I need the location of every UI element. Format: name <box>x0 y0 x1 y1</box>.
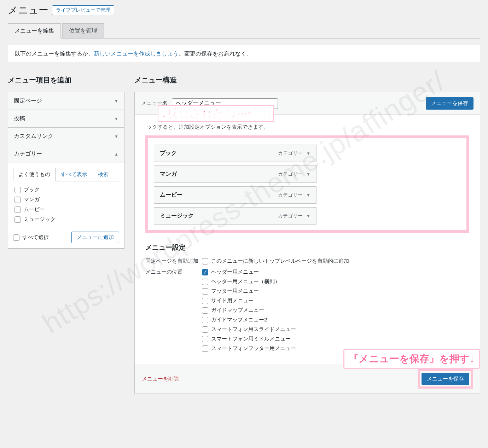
caret-down-icon: ▼ <box>114 134 118 139</box>
menu-item-title: ミュージック <box>160 212 194 220</box>
accordion-categories[interactable]: カテゴリー ▲ <box>8 145 124 163</box>
auto-add-checkbox[interactable]: このメニューに新しいトップレベルページを自動的に追加 <box>202 258 349 264</box>
location-label: スマートフォン用スライドメニュー <box>211 326 296 333</box>
category-item[interactable]: ムービー <box>14 206 119 213</box>
location-label: ヘッダー用メニュー（横列） <box>211 278 280 285</box>
select-all[interactable]: すべて選択 <box>13 234 49 241</box>
location-label: スマートフォン用ミドルメニュー <box>211 336 291 342</box>
caret-down-icon[interactable]: ▼ <box>306 193 310 198</box>
location-checkbox[interactable]: スマートフォン用ミドルメニュー <box>202 336 296 342</box>
menu-item-title: ムービー <box>160 191 182 199</box>
menu-item[interactable]: ムービー カテゴリー▼ <box>154 186 316 204</box>
menu-item-type: カテゴリー <box>278 150 303 157</box>
create-menu-link[interactable]: 新しいメニューを作成しましょう <box>94 51 179 57</box>
location-label: スマートフォンフッター用メニュー <box>211 345 296 352</box>
categories-panel: よく使うもの すべて表示 検索 ブック マンガ ムービー ミュージック すべて選… <box>8 163 124 249</box>
accordion-posts-label: 投稿 <box>14 115 25 122</box>
category-item[interactable]: マンガ <box>14 196 119 203</box>
highlight-frame: ブック カテゴリー▼ マンガ カテゴリー▼ ムービー カテゴリー▼ ミュージ <box>145 135 469 233</box>
checkbox-icon[interactable] <box>14 216 21 223</box>
highlight-frame-save: メニューを保存 <box>418 369 473 389</box>
checkbox-icon[interactable] <box>13 234 19 241</box>
checkbox-icon[interactable] <box>14 197 21 203</box>
location-checkbox[interactable]: スマートフォンフッター用メニュー <box>202 345 296 352</box>
category-item[interactable]: ミュージック <box>14 216 119 223</box>
location-checkbox[interactable]: フッター用メニュー <box>202 288 296 295</box>
caret-down-icon: ▼ <box>114 116 118 121</box>
notice: 以下のメニューを編集するか、新しいメニューを作成しましょう。変更の保存をお忘れな… <box>8 45 480 63</box>
save-menu-button-bottom[interactable]: メニューを保存 <box>422 373 469 385</box>
checkbox-icon[interactable] <box>202 298 208 304</box>
caret-up-icon: ▲ <box>114 152 118 157</box>
menu-item[interactable]: ミュージック カテゴリー▼ <box>154 207 316 225</box>
menu-item-title: マンガ <box>160 170 177 178</box>
delete-menu-link[interactable]: メニューを削除 <box>142 376 179 382</box>
location-checkbox[interactable]: ガイドマップメニュー <box>202 307 296 314</box>
auto-add-text: このメニューに新しいトップレベルページを自動的に追加 <box>211 258 349 264</box>
checkbox-icon[interactable]: ✓ <box>202 269 208 275</box>
location-label: メニューの位置 <box>145 269 202 352</box>
add-items-title: メニュー項目を追加 <box>8 75 124 85</box>
accordion-posts[interactable]: 投稿 ▼ <box>8 110 124 128</box>
location-label: ガイドマップメニュー2 <box>211 316 267 323</box>
checkbox-icon[interactable] <box>202 345 208 352</box>
annotation-confirm: ↓反映されたのを確認 <box>158 105 274 122</box>
location-label: ガイドマップメニュー <box>211 307 264 314</box>
location-label: サイド用メニュー <box>211 297 254 304</box>
accordion-categories-label: カテゴリー <box>14 150 42 158</box>
location-checkbox[interactable]: ガイドマップメニュー2 <box>202 316 296 323</box>
tab-edit-menus[interactable]: メニューを編集 <box>8 23 61 39</box>
caret-down-icon: ▼ <box>114 99 118 104</box>
caret-down-icon[interactable]: ▼ <box>306 172 310 177</box>
location-label: フッター用メニュー <box>211 288 259 295</box>
subtab-all[interactable]: すべて表示 <box>56 168 93 181</box>
select-all-label: すべて選択 <box>22 234 49 241</box>
save-menu-button-top[interactable]: メニューを保存 <box>426 97 474 110</box>
live-preview-button[interactable]: ライブプレビューで管理 <box>52 5 114 15</box>
category-label: マンガ <box>24 196 40 203</box>
accordion-pages[interactable]: 固定ページ ▼ <box>8 92 124 110</box>
checkbox-icon[interactable] <box>202 326 208 333</box>
location-checkbox[interactable]: サイド用メニュー <box>202 297 296 304</box>
nav-tabs: メニューを編集 位置を管理 <box>8 23 480 39</box>
category-label: ブック <box>24 186 40 193</box>
menu-item-type: カテゴリー <box>278 171 303 178</box>
accordion-pages-label: 固定ページ <box>14 97 42 105</box>
accordion-custom-links-label: カスタムリンク <box>14 133 53 140</box>
checkbox-icon[interactable] <box>14 206 21 213</box>
menu-settings-title: メニュー設定 <box>145 243 469 252</box>
add-to-menu-button[interactable]: メニューに追加 <box>71 232 119 243</box>
auto-add-label: 固定ページを自動追加 <box>145 258 202 264</box>
menu-item-type: カテゴリー <box>278 213 303 219</box>
menu-item-title: ブック <box>160 150 177 157</box>
menu-item[interactable]: マンガ カテゴリー▼ <box>154 165 316 183</box>
accordion-custom-links[interactable]: カスタムリンク ▼ <box>8 128 124 145</box>
menu-item-type: カテゴリー <box>278 192 303 198</box>
notice-text-prefix: 以下のメニューを編集するか、 <box>14 51 94 57</box>
checkbox-icon[interactable] <box>14 187 21 193</box>
location-checkbox[interactable]: ヘッダー用メニュー（横列） <box>202 278 296 285</box>
structure-hint: ックすると、追加設定オプションを表示できます。 <box>145 123 469 131</box>
caret-down-icon[interactable]: ▼ <box>306 214 310 219</box>
category-item[interactable]: ブック <box>14 186 119 193</box>
tab-manage-locations[interactable]: 位置を管理 <box>62 23 104 38</box>
page-title: メニュー <box>8 4 48 17</box>
subtab-frequent[interactable]: よく使うもの <box>13 168 56 181</box>
menu-item[interactable]: ブック カテゴリー▼ <box>154 145 316 162</box>
menu-structure-box: メニュー名 メニューを保存 ↓反映されたのを確認 ックすると、追加設定オプション… <box>134 92 480 394</box>
category-label: ムービー <box>24 206 45 213</box>
checkbox-icon[interactable] <box>202 279 208 285</box>
subtab-search[interactable]: 検索 <box>93 168 114 181</box>
add-items-accordion: 固定ページ ▼ 投稿 ▼ カスタムリンク ▼ カテゴリー ▲ よく使う <box>8 92 124 249</box>
structure-title: メニュー構造 <box>134 75 480 85</box>
location-checkbox[interactable]: ✓ヘッダー用メニュー <box>202 269 296 275</box>
notice-text-suffix: 。変更の保存をお忘れなく。 <box>179 51 252 57</box>
location-label: ヘッダー用メニュー <box>211 269 259 275</box>
caret-down-icon[interactable]: ▼ <box>306 151 310 156</box>
checkbox-icon[interactable] <box>202 336 208 342</box>
checkbox-icon[interactable] <box>202 288 208 295</box>
location-checkbox[interactable]: スマートフォン用スライドメニュー <box>202 326 296 333</box>
checkbox-icon[interactable] <box>202 307 208 314</box>
checkbox-icon[interactable] <box>202 258 208 264</box>
checkbox-icon[interactable] <box>202 317 208 323</box>
